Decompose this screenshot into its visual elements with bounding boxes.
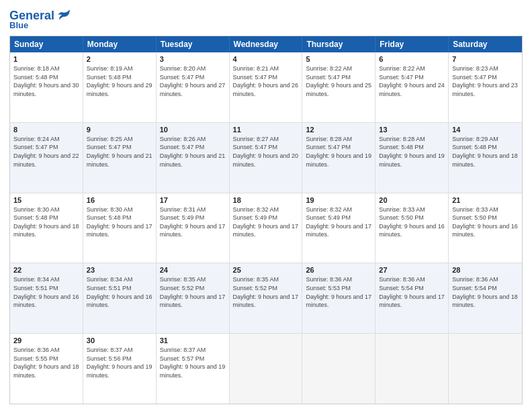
day-number: 20	[379, 196, 445, 204]
calendar-cell: 12Sunrise: 8:28 AM Sunset: 5:47 PM Dayli…	[302, 123, 375, 193]
day-info: Sunrise: 8:22 AM Sunset: 5:47 PM Dayligh…	[306, 64, 371, 98]
weekday-header: Sunday	[10, 36, 83, 52]
calendar-cell: 10Sunrise: 8:26 AM Sunset: 5:47 PM Dayli…	[157, 123, 230, 193]
day-number: 23	[87, 266, 152, 274]
day-number: 28	[452, 266, 519, 274]
day-info: Sunrise: 8:33 AM Sunset: 5:50 PM Dayligh…	[452, 205, 519, 239]
calendar-cell: 28Sunrise: 8:36 AM Sunset: 5:54 PM Dayli…	[449, 263, 522, 333]
day-info: Sunrise: 8:35 AM Sunset: 5:52 PM Dayligh…	[233, 275, 299, 309]
day-number: 22	[13, 266, 79, 274]
day-number: 2	[87, 55, 152, 63]
calendar-cell: 8Sunrise: 8:24 AM Sunset: 5:47 PM Daylig…	[10, 123, 83, 193]
day-number: 17	[160, 196, 226, 204]
calendar-cell: 30Sunrise: 8:37 AM Sunset: 5:56 PM Dayli…	[83, 334, 157, 404]
day-info: Sunrise: 8:34 AM Sunset: 5:51 PM Dayligh…	[87, 275, 152, 309]
calendar-row: 15Sunrise: 8:30 AM Sunset: 5:48 PM Dayli…	[10, 193, 522, 263]
calendar-cell: 15Sunrise: 8:30 AM Sunset: 5:48 PM Dayli…	[10, 193, 83, 263]
calendar-cell	[230, 334, 303, 404]
day-number: 14	[452, 126, 519, 134]
day-number: 1	[13, 55, 79, 63]
day-number: 29	[13, 336, 79, 345]
calendar-cell: 9Sunrise: 8:25 AM Sunset: 5:47 PM Daylig…	[83, 123, 157, 193]
day-number: 26	[306, 266, 371, 274]
calendar-cell: 25Sunrise: 8:35 AM Sunset: 5:52 PM Dayli…	[230, 263, 303, 333]
day-number: 25	[233, 266, 299, 274]
day-info: Sunrise: 8:22 AM Sunset: 5:47 PM Dayligh…	[379, 64, 445, 98]
calendar-row: 22Sunrise: 8:34 AM Sunset: 5:51 PM Dayli…	[10, 263, 522, 333]
logo-blue: Blue	[9, 20, 28, 30]
day-number: 27	[379, 266, 445, 274]
day-info: Sunrise: 8:36 AM Sunset: 5:55 PM Dayligh…	[13, 346, 79, 379]
day-info: Sunrise: 8:18 AM Sunset: 5:48 PM Dayligh…	[13, 64, 79, 98]
day-number: 21	[452, 196, 519, 204]
calendar-cell: 22Sunrise: 8:34 AM Sunset: 5:51 PM Dayli…	[10, 263, 83, 333]
calendar-cell: 26Sunrise: 8:36 AM Sunset: 5:53 PM Dayli…	[302, 263, 375, 333]
day-info: Sunrise: 8:21 AM Sunset: 5:47 PM Dayligh…	[233, 64, 299, 98]
weekday-header: Wednesday	[230, 36, 303, 52]
day-info: Sunrise: 8:24 AM Sunset: 5:47 PM Dayligh…	[13, 135, 79, 169]
day-info: Sunrise: 8:37 AM Sunset: 5:56 PM Dayligh…	[87, 346, 152, 379]
day-number: 10	[160, 126, 226, 134]
calendar-cell: 21Sunrise: 8:33 AM Sunset: 5:50 PM Dayli…	[449, 193, 522, 263]
calendar-cell: 18Sunrise: 8:32 AM Sunset: 5:49 PM Dayli…	[230, 193, 303, 263]
logo-bird-icon	[56, 8, 71, 23]
day-number: 16	[87, 196, 152, 204]
day-info: Sunrise: 8:37 AM Sunset: 5:57 PM Dayligh…	[160, 346, 226, 379]
calendar-cell: 2Sunrise: 8:19 AM Sunset: 5:48 PM Daylig…	[83, 52, 157, 122]
calendar-header: SundayMondayTuesdayWednesdayThursdayFrid…	[10, 36, 522, 52]
weekday-header: Monday	[83, 36, 157, 52]
calendar-cell: 19Sunrise: 8:32 AM Sunset: 5:49 PM Dayli…	[302, 193, 375, 263]
day-number: 7	[452, 55, 519, 63]
calendar-cell: 13Sunrise: 8:28 AM Sunset: 5:48 PM Dayli…	[375, 123, 449, 193]
day-info: Sunrise: 8:32 AM Sunset: 5:49 PM Dayligh…	[306, 205, 371, 239]
day-number: 9	[87, 126, 152, 134]
day-number: 15	[13, 196, 79, 204]
calendar-cell: 11Sunrise: 8:27 AM Sunset: 5:47 PM Dayli…	[230, 123, 303, 193]
calendar-cell: 29Sunrise: 8:36 AM Sunset: 5:55 PM Dayli…	[10, 334, 83, 404]
day-info: Sunrise: 8:29 AM Sunset: 5:48 PM Dayligh…	[452, 135, 519, 169]
day-number: 8	[13, 126, 79, 134]
calendar-body: 1Sunrise: 8:18 AM Sunset: 5:48 PM Daylig…	[10, 52, 522, 404]
calendar-cell: 23Sunrise: 8:34 AM Sunset: 5:51 PM Dayli…	[83, 263, 157, 333]
page-header: General Blue	[9, 8, 523, 30]
day-info: Sunrise: 8:30 AM Sunset: 5:48 PM Dayligh…	[87, 205, 152, 239]
day-info: Sunrise: 8:27 AM Sunset: 5:47 PM Dayligh…	[233, 135, 299, 169]
day-info: Sunrise: 8:32 AM Sunset: 5:49 PM Dayligh…	[233, 205, 299, 239]
day-number: 19	[306, 196, 371, 204]
day-info: Sunrise: 8:31 AM Sunset: 5:49 PM Dayligh…	[160, 205, 226, 239]
day-info: Sunrise: 8:25 AM Sunset: 5:47 PM Dayligh…	[87, 135, 152, 169]
calendar-container: General Blue SundayMondayTuesdayWednesda…	[0, 0, 532, 411]
day-info: Sunrise: 8:19 AM Sunset: 5:48 PM Dayligh…	[87, 64, 152, 98]
calendar-cell: 7Sunrise: 8:23 AM Sunset: 5:47 PM Daylig…	[449, 52, 522, 122]
calendar-cell: 5Sunrise: 8:22 AM Sunset: 5:47 PM Daylig…	[302, 52, 375, 122]
calendar: SundayMondayTuesdayWednesdayThursdayFrid…	[9, 36, 523, 404]
day-number: 4	[233, 55, 299, 63]
calendar-row: 1Sunrise: 8:18 AM Sunset: 5:48 PM Daylig…	[10, 52, 522, 122]
day-number: 18	[233, 196, 299, 204]
calendar-cell	[375, 334, 449, 404]
day-info: Sunrise: 8:34 AM Sunset: 5:51 PM Dayligh…	[13, 275, 79, 309]
day-number: 3	[160, 55, 226, 63]
day-number: 31	[160, 336, 226, 345]
day-number: 24	[160, 266, 226, 274]
calendar-row: 29Sunrise: 8:36 AM Sunset: 5:55 PM Dayli…	[10, 333, 522, 404]
day-info: Sunrise: 8:36 AM Sunset: 5:54 PM Dayligh…	[452, 275, 519, 309]
calendar-cell: 1Sunrise: 8:18 AM Sunset: 5:48 PM Daylig…	[10, 52, 83, 122]
calendar-cell: 14Sunrise: 8:29 AM Sunset: 5:48 PM Dayli…	[449, 123, 522, 193]
calendar-cell: 4Sunrise: 8:21 AM Sunset: 5:47 PM Daylig…	[230, 52, 303, 122]
weekday-header: Tuesday	[157, 36, 230, 52]
calendar-cell: 27Sunrise: 8:36 AM Sunset: 5:54 PM Dayli…	[375, 263, 449, 333]
weekday-header: Friday	[375, 36, 449, 52]
day-info: Sunrise: 8:26 AM Sunset: 5:47 PM Dayligh…	[160, 135, 226, 169]
logo: General Blue	[9, 8, 71, 30]
day-number: 13	[379, 126, 445, 134]
day-info: Sunrise: 8:36 AM Sunset: 5:53 PM Dayligh…	[306, 275, 371, 309]
day-info: Sunrise: 8:36 AM Sunset: 5:54 PM Dayligh…	[379, 275, 445, 309]
calendar-cell: 31Sunrise: 8:37 AM Sunset: 5:57 PM Dayli…	[157, 334, 230, 404]
day-info: Sunrise: 8:28 AM Sunset: 5:47 PM Dayligh…	[306, 135, 371, 169]
calendar-cell: 24Sunrise: 8:35 AM Sunset: 5:52 PM Dayli…	[157, 263, 230, 333]
day-info: Sunrise: 8:35 AM Sunset: 5:52 PM Dayligh…	[160, 275, 226, 309]
day-number: 12	[306, 126, 371, 134]
calendar-row: 8Sunrise: 8:24 AM Sunset: 5:47 PM Daylig…	[10, 122, 522, 193]
day-info: Sunrise: 8:20 AM Sunset: 5:47 PM Dayligh…	[160, 64, 226, 98]
